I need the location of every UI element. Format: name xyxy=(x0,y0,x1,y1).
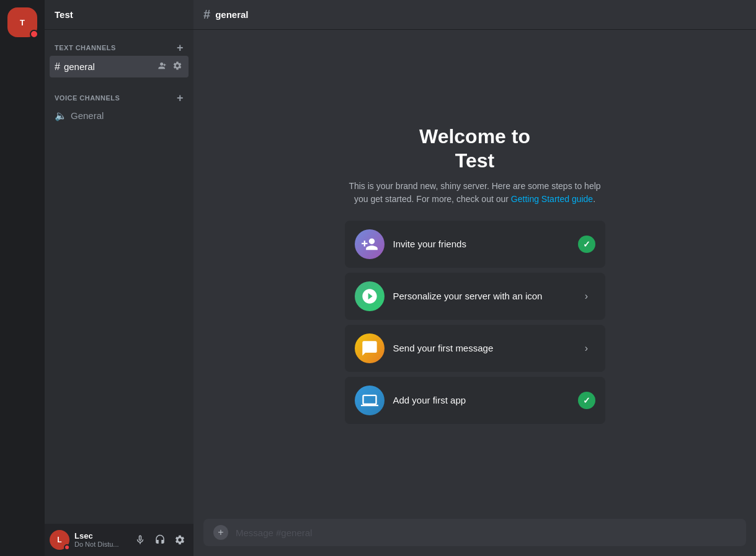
server-icon-label: T xyxy=(20,18,25,27)
getting-started-link[interactable]: Getting Started guide xyxy=(511,194,593,204)
app-complete-check: ✓ xyxy=(578,392,595,409)
personalize-chevron: › xyxy=(578,288,595,305)
text-channels-label: TEXT CHANNELS xyxy=(55,44,116,51)
message-chevron: › xyxy=(578,340,595,357)
notification-badge xyxy=(30,30,38,38)
channel-settings-icon[interactable] xyxy=(171,60,184,74)
personalize-icon xyxy=(355,281,385,311)
channel-item-general-text[interactable]: # general xyxy=(50,56,189,77)
main-content: # general Welcome to Test This is your b… xyxy=(193,0,756,556)
first-message-label: Send your first message xyxy=(393,343,569,353)
text-channels-header[interactable]: TEXT CHANNELS + xyxy=(50,40,189,56)
welcome-area: Welcome to Test This is your brand new, … xyxy=(193,30,756,519)
channel-sidebar: Test TEXT CHANNELS + # general VOICE CHA… xyxy=(45,0,193,556)
status-dot xyxy=(64,544,70,550)
channel-item-general-voice[interactable]: 🔈 General xyxy=(50,106,189,125)
message-add-button[interactable]: + xyxy=(213,525,228,540)
checklist-item-personalize[interactable]: Personalize your server with an icon › xyxy=(345,273,605,320)
user-status: Do Not Distu... xyxy=(74,541,127,549)
chevron-right-icon: › xyxy=(585,291,588,302)
speaker-icon: 🔈 xyxy=(55,110,67,121)
user-settings-button[interactable] xyxy=(171,531,189,549)
text-channels-section: TEXT CHANNELS + # general xyxy=(45,30,193,80)
server-header[interactable]: Test xyxy=(45,0,193,30)
welcome-description: This is your brand new, shiny server. He… xyxy=(345,180,605,206)
server-name: Test xyxy=(55,9,73,20)
hash-icon: # xyxy=(55,61,60,73)
channel-header-name: general xyxy=(215,9,248,20)
avatar[interactable]: L xyxy=(50,530,69,550)
chevron-right-icon-2: › xyxy=(585,343,588,354)
checklist-item-app[interactable]: Add your first app ✓ xyxy=(345,377,605,424)
channel-hash-icon: # xyxy=(203,7,210,22)
add-text-channel-button[interactable]: + xyxy=(177,42,184,53)
user-area: L Lsec Do Not Distu... xyxy=(45,524,193,556)
mute-button[interactable] xyxy=(131,531,149,549)
app-status: ✓ xyxy=(578,392,595,409)
message-input[interactable] xyxy=(236,527,736,538)
welcome-title: Welcome to Test xyxy=(419,125,530,172)
voice-channels-section: VOICE CHANNELS + 🔈 General xyxy=(45,80,193,128)
user-info: Lsec Do Not Distu... xyxy=(74,531,127,549)
checklist-item-invite[interactable]: Invite your friends ✓ xyxy=(345,221,605,268)
invite-people-icon[interactable] xyxy=(156,60,169,74)
channel-actions xyxy=(156,60,184,74)
voice-channel-name-general: General xyxy=(71,110,104,121)
invite-icon xyxy=(355,229,385,259)
invite-complete-check: ✓ xyxy=(578,236,595,253)
checklist: Invite your friends ✓ Personalize your s… xyxy=(345,221,605,424)
app-icon xyxy=(355,386,385,415)
user-controls xyxy=(131,531,189,549)
message-icon xyxy=(355,333,385,363)
personalize-label: Personalize your server with an icon xyxy=(393,291,569,301)
message-input-area: + xyxy=(193,519,756,556)
add-voice-channel-button[interactable]: + xyxy=(177,92,184,104)
username: Lsec xyxy=(74,531,127,541)
first-app-label: Add your first app xyxy=(393,395,569,405)
invite-friends-label: Invite your friends xyxy=(393,239,569,249)
voice-channels-label: VOICE CHANNELS xyxy=(55,94,120,102)
avatar-text: L xyxy=(57,536,61,544)
message-input-container: + xyxy=(203,519,746,546)
voice-channels-header[interactable]: VOICE CHANNELS + xyxy=(50,90,189,106)
checklist-item-message[interactable]: Send your first message › xyxy=(345,325,605,372)
invite-friends-status: ✓ xyxy=(578,236,595,253)
channel-name-general: general xyxy=(64,61,95,72)
channel-header: # general xyxy=(193,0,756,30)
deafen-button[interactable] xyxy=(151,531,169,549)
server-list: T xyxy=(0,0,45,556)
server-icon-test[interactable]: T xyxy=(7,7,37,37)
